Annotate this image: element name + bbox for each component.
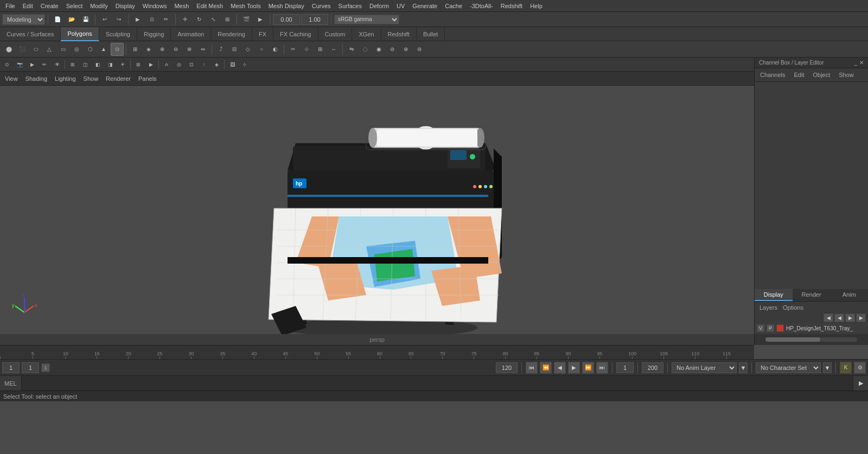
menu-display[interactable]: Display	[112, 2, 138, 10]
subdiv-icon[interactable]: ⊞	[129, 43, 142, 56]
open-scene-btn[interactable]: 📂	[65, 13, 78, 26]
minimize-icon[interactable]: _	[854, 60, 857, 66]
pyramid-icon[interactable]: ▲	[97, 43, 110, 56]
reverse-normals-icon[interactable]: ⊜	[413, 43, 426, 56]
go-start-btn[interactable]: ⏮	[526, 362, 538, 374]
frame-end-anim-input[interactable]	[496, 362, 518, 373]
tab-rigging[interactable]: Rigging	[137, 27, 171, 41]
vp-camera-icon[interactable]: 📷	[14, 59, 25, 71]
multi-cut-icon[interactable]: ✂	[286, 43, 299, 56]
layer-color-swatch[interactable]	[776, 324, 784, 332]
insert-loop-icon[interactable]: ⊞	[314, 43, 327, 56]
anim-tab[interactable]: Anim	[830, 289, 868, 301]
mel-label[interactable]: MEL	[0, 376, 22, 391]
scale-btn[interactable]: ⤡	[207, 13, 220, 26]
vp-image-plane-icon[interactable]: 🖼	[226, 59, 238, 71]
rotate-btn[interactable]: ↻	[193, 13, 206, 26]
go-end-btn[interactable]: ⏭	[596, 362, 608, 374]
mel-run-btn[interactable]: ▶	[853, 376, 868, 391]
vp-select-icon[interactable]: ▶	[26, 59, 38, 71]
layer-next-btn[interactable]: ▶	[845, 314, 855, 322]
move-btn[interactable]: ✛	[178, 13, 192, 26]
cube-icon[interactable]: ⬛	[16, 43, 29, 56]
menu-select[interactable]: Select	[63, 2, 86, 10]
vp-hud-icon[interactable]: ⊹	[239, 59, 251, 71]
menu-surfaces[interactable]: Surfaces	[335, 2, 365, 10]
paint-select-btn[interactable]: ✏	[159, 13, 173, 26]
frame-current-input[interactable]	[22, 362, 39, 373]
symmetry-icon[interactable]: ⇋	[345, 43, 358, 56]
combine-icon[interactable]: ⊕	[156, 43, 169, 56]
circularize-icon[interactable]: ○	[255, 43, 268, 56]
tab-xgen[interactable]: XGen	[352, 27, 381, 41]
menu-file[interactable]: File	[2, 2, 18, 10]
bridge-icon[interactable]: ⊟	[228, 43, 241, 56]
smooth-icon[interactable]: ◈	[142, 43, 155, 56]
current-frame-right-input[interactable]	[616, 362, 634, 373]
mirror-icon[interactable]: ⇔	[196, 43, 209, 56]
vp-shaded-icon[interactable]: ◧	[92, 59, 104, 71]
menu-mesh-display[interactable]: Mesh Display	[265, 2, 308, 10]
vp-light-icon[interactable]: ☀	[117, 59, 129, 71]
mel-input[interactable]	[22, 376, 853, 391]
tab-polygons[interactable]: Polygons	[61, 27, 99, 41]
layer-prev2-btn[interactable]: ◀	[834, 314, 844, 322]
torus-icon[interactable]: ◎	[70, 43, 83, 56]
tab-animation[interactable]: Animation	[171, 27, 211, 41]
no-anim-layer-select[interactable]: No Anim Layer	[672, 362, 737, 373]
menu-curves[interactable]: Curves	[309, 2, 334, 10]
vp-show-icon[interactable]: 👁	[51, 59, 63, 71]
vp-isolate-icon[interactable]: ◎	[173, 59, 185, 71]
menu-windows[interactable]: Windows	[139, 2, 170, 10]
vp-wireframe-icon[interactable]: ◫	[79, 59, 91, 71]
settings-btn[interactable]: ⚙	[854, 362, 866, 374]
translate-y-field[interactable]	[301, 14, 328, 25]
menu-generate[interactable]: Generate	[409, 2, 441, 10]
play-btn[interactable]: ▶	[568, 362, 580, 374]
frame-range-end-input[interactable]	[642, 362, 663, 373]
menu-create[interactable]: Create	[37, 2, 62, 10]
vp-settings-icon[interactable]: ⊙	[1, 59, 13, 71]
render-btn[interactable]: ▶	[254, 13, 267, 26]
menu-uv[interactable]: UV	[393, 2, 408, 10]
workspace-select[interactable]: Modeling Rigging Sculpting Animation	[2, 14, 45, 25]
tab-fx-caching[interactable]: FX Caching	[273, 27, 318, 41]
scrollbar-thumb[interactable]	[765, 337, 820, 342]
sphere-icon[interactable]: ⬤	[2, 43, 15, 56]
tab-redshift[interactable]: Redshift	[381, 27, 417, 41]
harden-icon[interactable]: ◉	[372, 43, 385, 56]
save-scene-btn[interactable]: 💾	[79, 13, 92, 26]
transform-btn[interactable]: ⊞	[221, 13, 234, 26]
tab-custom[interactable]: Custom	[318, 27, 353, 41]
lasso-btn[interactable]: ⊙	[145, 13, 158, 26]
show-tab[interactable]: Show	[837, 71, 856, 79]
plane-icon[interactable]: ▭	[56, 43, 69, 56]
options-sub-tab[interactable]: Options	[781, 304, 805, 311]
menu-3dto[interactable]: -3DtoAll-	[467, 2, 496, 10]
connect-icon[interactable]: ⊹	[300, 43, 313, 56]
undo-btn[interactable]: ↩	[98, 13, 111, 26]
menu-mesh-tools[interactable]: Mesh Tools	[227, 2, 264, 10]
cylinder-icon[interactable]: ⬭	[29, 43, 42, 56]
vp-render-icon[interactable]: ▶	[145, 59, 157, 71]
menu-mesh[interactable]: Mesh	[171, 2, 192, 10]
char-set-dropdown-btn[interactable]: ▼	[823, 362, 832, 373]
frame-start-input[interactable]	[2, 362, 20, 373]
play-back-btn[interactable]: ◀	[554, 362, 566, 374]
layer-playback-btn[interactable]: P	[767, 324, 774, 332]
pipe-icon[interactable]: ⊙	[111, 43, 124, 56]
unlock-normals-icon[interactable]: ⊘	[386, 43, 399, 56]
render-tab[interactable]: Render	[793, 289, 831, 301]
vp-textured-icon[interactable]: ◨	[104, 59, 116, 71]
viewport[interactable]: ⊙ 📷 ▶ ✏ 👁 ⊞ ◫ ◧ ◨ ☀ ⊞ ▶ A ◎ ⊡ ↑ ◈ 🖼 ⊹ Vi…	[0, 57, 754, 345]
tab-bullet[interactable]: Bullet	[417, 27, 445, 41]
translate-x-field[interactable]	[273, 14, 300, 25]
no-char-set-select[interactable]: No Character Set	[756, 362, 821, 373]
timeline-area[interactable]: 5101520253035404550556065707580859095100…	[0, 345, 754, 359]
channels-tab[interactable]: Channels	[758, 71, 787, 79]
tab-rendering[interactable]: Rendering	[211, 27, 252, 41]
menu-help[interactable]: Help	[527, 2, 546, 10]
vp-crease-icon[interactable]: ◈	[210, 59, 222, 71]
bevel-icon[interactable]: ◇	[241, 43, 254, 56]
step-fwd-btn[interactable]: ⏩	[582, 362, 594, 374]
